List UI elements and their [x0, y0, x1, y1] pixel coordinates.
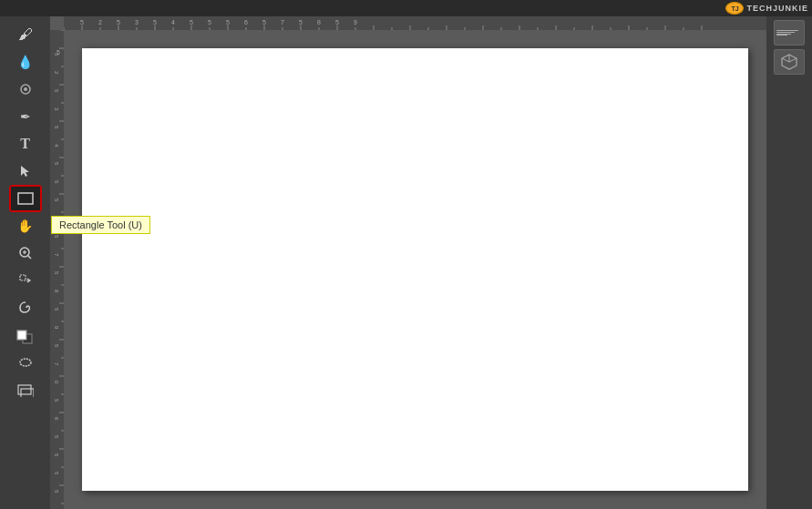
svg-text:5: 5: [208, 19, 211, 25]
top-bar: TJ TECHJUNKIE: [0, 0, 812, 16]
svg-rect-13: [21, 389, 34, 397]
canvas-area[interactable]: 5 2 5 3 5 4 5 5 5: [50, 16, 766, 509]
svg-text:3: 3: [135, 19, 139, 25]
svg-rect-2: [18, 193, 33, 204]
tool-rectangle[interactable]: [10, 186, 41, 211]
svg-text:6: 6: [244, 19, 248, 25]
cube-icon: [780, 53, 798, 71]
ruler-vertical: 5: [50, 30, 64, 509]
tool-eyedropper[interactable]: 💧: [10, 49, 41, 75]
svg-point-11: [20, 359, 31, 366]
brush-strokes-icon: [776, 30, 802, 36]
right-panel: [766, 16, 812, 509]
tool-lasso[interactable]: [10, 295, 41, 321]
3d-btn[interactable]: [774, 49, 805, 75]
brand-name: TECHJUNKIE: [746, 4, 808, 13]
tool-text[interactable]: T: [10, 131, 41, 157]
svg-rect-14: [64, 16, 766, 30]
svg-text:5: 5: [299, 19, 303, 25]
svg-text:5: 5: [262, 19, 266, 25]
svg-point-1: [24, 87, 27, 91]
tool-hand[interactable]: ✋: [10, 213, 41, 239]
tool-selection[interactable]: [10, 158, 41, 184]
canvas-content[interactable]: [64, 30, 766, 509]
left-toolbar: 🖌 💧 ✒ T: [0, 16, 50, 509]
svg-text:5: 5: [153, 19, 157, 25]
svg-rect-7: [20, 275, 26, 280]
tool-fg-bg[interactable]: [10, 322, 41, 348]
canvas-page: [82, 48, 748, 491]
svg-rect-10: [17, 331, 26, 340]
brush-preset-btn[interactable]: [774, 20, 805, 46]
svg-text:5: 5: [190, 19, 193, 25]
svg-rect-12: [18, 385, 31, 394]
svg-text:5: 5: [335, 19, 339, 25]
main-layout: 🖌 💧 ✒ T: [0, 16, 812, 509]
tool-pen[interactable]: ✒: [10, 104, 41, 129]
tool-smudge[interactable]: [10, 76, 41, 102]
svg-line-124: [782, 58, 789, 62]
svg-text:2: 2: [98, 19, 102, 25]
svg-line-123: [789, 58, 797, 62]
svg-text:5: 5: [226, 19, 230, 25]
tool-brush[interactable]: 🖌: [10, 22, 41, 47]
svg-text:9: 9: [354, 19, 357, 25]
tool-ellipse[interactable]: [10, 350, 41, 375]
svg-text:5: 5: [80, 19, 84, 25]
tj-logo-icon: TJ: [725, 2, 744, 15]
brand-badge: TJ TECHJUNKIE: [725, 2, 808, 15]
tool-zoom[interactable]: [10, 240, 41, 266]
svg-text:5: 5: [117, 19, 120, 25]
tool-artboard[interactable]: [10, 377, 41, 402]
svg-text:8: 8: [317, 19, 321, 25]
svg-text:7: 7: [281, 19, 284, 25]
tool-move[interactable]: [10, 268, 41, 293]
svg-line-4: [27, 256, 31, 260]
ruler-horizontal: 5 2 5 3 5 4 5 5 5: [64, 16, 766, 30]
svg-text:4: 4: [171, 19, 175, 25]
